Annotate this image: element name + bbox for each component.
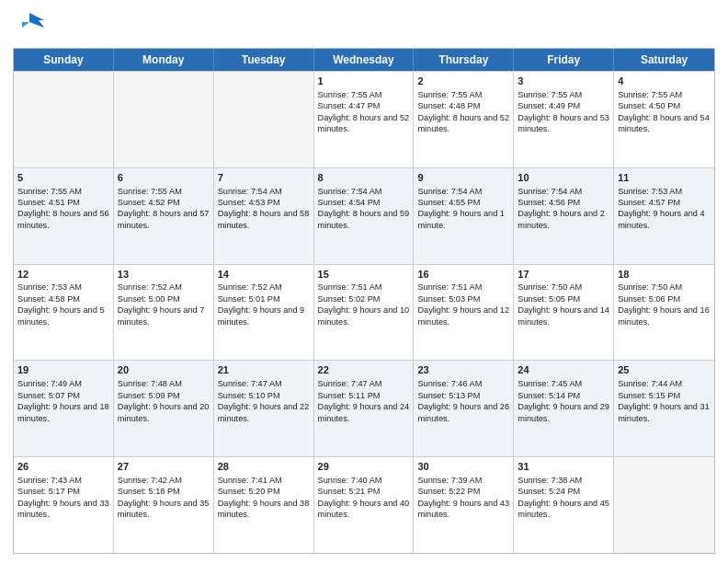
calendar-body: 1Sunrise: 7:55 AM Sunset: 4:47 PM Daylig… (14, 71, 714, 553)
day-info: Sunrise: 7:55 AM Sunset: 4:48 PM Dayligh… (417, 90, 511, 133)
calendar-cell-empty (14, 72, 114, 167)
day-info: Sunrise: 7:39 AM Sunset: 5:22 PM Dayligh… (417, 476, 511, 519)
day-info: Sunrise: 7:52 AM Sunset: 5:00 PM Dayligh… (118, 282, 207, 326)
day-number: 16 (417, 268, 509, 282)
day-info: Sunrise: 7:53 AM Sunset: 4:57 PM Dayligh… (618, 187, 707, 230)
day-info: Sunrise: 7:52 AM Sunset: 5:01 PM Dayligh… (218, 282, 307, 326)
day-info: Sunrise: 7:45 AM Sunset: 5:14 PM Dayligh… (518, 379, 611, 422)
day-number: 2 (417, 75, 509, 88)
header (13, 9, 715, 42)
calendar-cell-day-31: 31Sunrise: 7:38 AM Sunset: 5:24 PM Dayli… (514, 457, 614, 553)
day-number: 26 (17, 460, 109, 474)
day-info: Sunrise: 7:43 AM Sunset: 5:17 PM Dayligh… (17, 476, 111, 519)
day-number: 29 (318, 460, 410, 474)
day-info: Sunrise: 7:54 AM Sunset: 4:54 PM Dayligh… (318, 187, 412, 230)
logo-icon (13, 9, 46, 42)
day-info: Sunrise: 7:44 AM Sunset: 5:15 PM Dayligh… (618, 379, 711, 422)
day-number: 10 (518, 171, 609, 185)
calendar-cell-day-14: 14Sunrise: 7:52 AM Sunset: 5:01 PM Dayli… (214, 265, 314, 361)
day-info: Sunrise: 7:40 AM Sunset: 5:21 PM Dayligh… (318, 476, 412, 519)
day-number: 14 (218, 268, 310, 282)
day-number: 25 (618, 363, 711, 377)
day-info: Sunrise: 7:41 AM Sunset: 5:20 PM Dayligh… (218, 476, 312, 519)
day-number: 5 (17, 171, 109, 185)
calendar-cell-day-30: 30Sunrise: 7:39 AM Sunset: 5:22 PM Dayli… (414, 457, 514, 553)
calendar-cell-day-18: 18Sunrise: 7:50 AM Sunset: 5:06 PM Dayli… (614, 265, 714, 361)
day-number: 7 (218, 171, 310, 185)
day-number: 23 (417, 363, 509, 377)
calendar-cell-day-16: 16Sunrise: 7:51 AM Sunset: 5:03 PM Dayli… (414, 265, 514, 361)
weekday-header-thursday: Thursday (414, 49, 514, 71)
weekday-header-wednesday: Wednesday (314, 49, 415, 71)
day-number: 11 (618, 171, 711, 185)
day-number: 20 (118, 363, 210, 377)
calendar-cell-day-27: 27Sunrise: 7:42 AM Sunset: 5:18 PM Dayli… (114, 457, 214, 553)
calendar-cell-day-10: 10Sunrise: 7:54 AM Sunset: 4:56 PM Dayli… (514, 168, 614, 264)
day-number: 18 (618, 268, 711, 282)
weekday-header-friday: Friday (514, 49, 614, 71)
calendar-cell-day-2: 2Sunrise: 7:55 AM Sunset: 4:48 PM Daylig… (414, 72, 514, 167)
calendar-cell-day-8: 8Sunrise: 7:54 AM Sunset: 4:54 PM Daylig… (314, 168, 415, 264)
calendar-cell-day-20: 20Sunrise: 7:48 AM Sunset: 5:09 PM Dayli… (114, 361, 214, 456)
calendar-cell-day-9: 9Sunrise: 7:54 AM Sunset: 4:55 PM Daylig… (414, 168, 514, 264)
day-number: 30 (417, 460, 509, 474)
calendar-cell-day-12: 12Sunrise: 7:53 AM Sunset: 4:58 PM Dayli… (14, 265, 114, 361)
day-info: Sunrise: 7:53 AM Sunset: 4:58 PM Dayligh… (17, 282, 107, 326)
day-number: 24 (518, 363, 609, 377)
day-info: Sunrise: 7:51 AM Sunset: 5:02 PM Dayligh… (318, 282, 412, 326)
day-info: Sunrise: 7:48 AM Sunset: 5:09 PM Dayligh… (118, 379, 211, 422)
calendar-cell-day-25: 25Sunrise: 7:44 AM Sunset: 5:15 PM Dayli… (614, 361, 714, 456)
calendar-cell-day-5: 5Sunrise: 7:55 AM Sunset: 4:51 PM Daylig… (14, 168, 114, 264)
calendar-cell-day-19: 19Sunrise: 7:49 AM Sunset: 5:07 PM Dayli… (14, 361, 114, 456)
calendar-cell-day-4: 4Sunrise: 7:55 AM Sunset: 4:50 PM Daylig… (614, 72, 714, 167)
day-number: 28 (218, 460, 310, 474)
calendar-header-row: SundayMondayTuesdayWednesdayThursdayFrid… (14, 49, 714, 71)
day-number: 17 (518, 268, 609, 282)
day-info: Sunrise: 7:47 AM Sunset: 5:11 PM Dayligh… (318, 379, 412, 422)
day-info: Sunrise: 7:55 AM Sunset: 4:50 PM Dayligh… (618, 90, 711, 133)
calendar-cell-empty (214, 72, 314, 167)
day-info: Sunrise: 7:38 AM Sunset: 5:24 PM Dayligh… (518, 476, 611, 519)
day-number: 27 (118, 460, 210, 474)
day-number: 9 (417, 171, 509, 185)
calendar-row-2: 5Sunrise: 7:55 AM Sunset: 4:51 PM Daylig… (14, 167, 714, 264)
weekday-header-monday: Monday (114, 49, 214, 71)
weekday-header-saturday: Saturday (614, 49, 714, 71)
day-info: Sunrise: 7:54 AM Sunset: 4:55 PM Dayligh… (417, 187, 506, 230)
day-info: Sunrise: 7:55 AM Sunset: 4:47 PM Dayligh… (318, 90, 412, 133)
day-info: Sunrise: 7:50 AM Sunset: 5:06 PM Dayligh… (618, 282, 711, 326)
calendar-cell-day-13: 13Sunrise: 7:52 AM Sunset: 5:00 PM Dayli… (114, 265, 214, 361)
calendar-row-3: 12Sunrise: 7:53 AM Sunset: 4:58 PM Dayli… (14, 264, 714, 361)
calendar-cell-empty (114, 72, 214, 167)
day-info: Sunrise: 7:51 AM Sunset: 5:03 PM Dayligh… (417, 282, 511, 326)
calendar-cell-day-21: 21Sunrise: 7:47 AM Sunset: 5:10 PM Dayli… (214, 361, 314, 456)
day-number: 1 (318, 75, 410, 88)
calendar-cell-day-6: 6Sunrise: 7:55 AM Sunset: 4:52 PM Daylig… (114, 168, 214, 264)
day-info: Sunrise: 7:54 AM Sunset: 4:53 PM Dayligh… (218, 187, 312, 230)
day-number: 3 (518, 75, 609, 88)
day-number: 15 (318, 268, 410, 282)
calendar-cell-day-26: 26Sunrise: 7:43 AM Sunset: 5:17 PM Dayli… (14, 457, 114, 553)
day-info: Sunrise: 7:55 AM Sunset: 4:51 PM Dayligh… (17, 187, 111, 230)
weekday-header-sunday: Sunday (14, 49, 114, 71)
day-info: Sunrise: 7:55 AM Sunset: 4:52 PM Dayligh… (118, 187, 211, 230)
calendar-cell-day-24: 24Sunrise: 7:45 AM Sunset: 5:14 PM Dayli… (514, 361, 614, 456)
calendar-cell-day-23: 23Sunrise: 7:46 AM Sunset: 5:13 PM Dayli… (414, 361, 514, 456)
logo (13, 9, 50, 42)
day-info: Sunrise: 7:46 AM Sunset: 5:13 PM Dayligh… (417, 379, 511, 422)
day-number: 31 (518, 460, 609, 474)
calendar-cell-day-1: 1Sunrise: 7:55 AM Sunset: 4:47 PM Daylig… (314, 72, 415, 167)
calendar-cell-day-11: 11Sunrise: 7:53 AM Sunset: 4:57 PM Dayli… (614, 168, 714, 264)
day-number: 21 (218, 363, 310, 377)
day-number: 13 (118, 268, 210, 282)
calendar-cell-empty (614, 457, 714, 553)
calendar-row-5: 26Sunrise: 7:43 AM Sunset: 5:17 PM Dayli… (14, 456, 714, 553)
page: SundayMondayTuesdayWednesdayThursdayFrid… (0, 0, 728, 563)
calendar: SundayMondayTuesdayWednesdayThursdayFrid… (13, 48, 715, 554)
day-number: 4 (618, 75, 711, 88)
day-info: Sunrise: 7:50 AM Sunset: 5:05 PM Dayligh… (518, 282, 611, 326)
calendar-cell-day-15: 15Sunrise: 7:51 AM Sunset: 5:02 PM Dayli… (314, 265, 415, 361)
day-number: 19 (17, 363, 109, 377)
calendar-row-1: 1Sunrise: 7:55 AM Sunset: 4:47 PM Daylig… (14, 71, 714, 167)
calendar-cell-day-3: 3Sunrise: 7:55 AM Sunset: 4:49 PM Daylig… (514, 72, 614, 167)
